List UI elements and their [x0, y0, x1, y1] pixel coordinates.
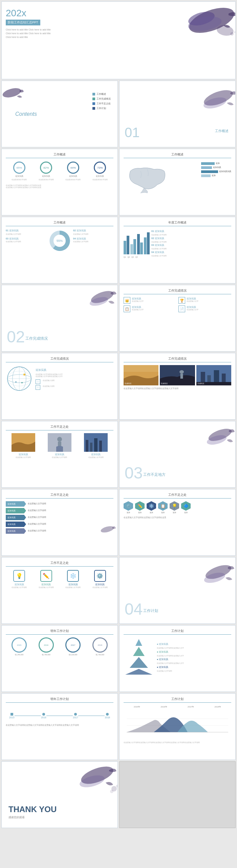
contents-item-2: 工作完成情况 [92, 97, 111, 101]
svg-marker-51 [125, 669, 152, 675]
pct-circle-4: 73% [94, 162, 106, 174]
svg-rect-24 [124, 365, 158, 372]
whale-decor-3 [85, 285, 118, 317]
plan-items: ● 追加实践 在这里输入文字说明在这里输入文字 ● 追加实践 在这里输入文字说明… [157, 641, 231, 672]
slide-grey-blank [119, 761, 236, 828]
title-subtitle: 阶段工作总结汇总PPT [6, 20, 40, 25]
hex-row: ⚙️ 追加 ✏️ 追加 ❄️ 追加 📋 追加 💡 追加 [124, 501, 231, 513]
bar-item-2: 追加实践 [201, 166, 231, 169]
slide-header-15: 工作不足之处 [124, 493, 231, 499]
slide-header-14: 工作不足之处 [6, 493, 113, 499]
slide-annual: 年度工作概述 [119, 217, 236, 283]
svg-rect-27 [180, 374, 183, 379]
section-02-number: 02 [7, 327, 25, 346]
globe-icon [6, 365, 33, 394]
circle-3: 2017 $3,130,000 [65, 637, 81, 656]
dot-3 [92, 102, 95, 105]
photo-desc: 在这里输入文字说明在这里输入文字说明在这里输入文字说明 [124, 387, 231, 390]
thankyou-text: THANK YOU [8, 805, 57, 814]
slide-section-02: 02 工作完成情况 [1, 285, 118, 352]
svg-marker-50 [130, 657, 148, 668]
slide-header-4: 工作概述 [6, 152, 113, 158]
section-label: 工作概述 [215, 129, 229, 133]
mountain-content: 2015年 2016年 2017年 2018年 [124, 705, 231, 744]
svg-marker-49 [133, 647, 145, 656]
section-03-label: 工作不足地方 [143, 472, 166, 477]
circle-1: 2015 $1,340,000 [12, 637, 27, 656]
hex-desc: 在这里输入文字说明在这里输入文字说明在这里 [124, 516, 231, 519]
slide-header-21: 工作计划 [124, 697, 231, 703]
slide-header-20: 明年工作计划 [6, 697, 113, 703]
photo-row: 完成情况 完成情况 [124, 365, 231, 385]
slide-header-16: 工作不足之处 [6, 561, 113, 567]
pct-circle-1: 65% [13, 162, 25, 174]
globe-content: 追加实践 在这里输入文字说明在这里输入文字 在这里输入文字说明在这里输入文字 □… [6, 365, 113, 394]
icon-item-2: 🏆 追加实践 在这里输入文字 [178, 297, 232, 304]
slide-work-pie: 工作概述 01 追加实践 在这里输入文字说明 03 追加实践 在这里输入文字说明 [1, 217, 118, 283]
arrows-content: 追加实践 在这里输入文字说明 追加实践 在这里输入文字说明 追加实践 在这里输入… [6, 501, 113, 534]
contents-label: Contents [15, 111, 37, 117]
section-04-number: 04 [125, 600, 143, 618]
section-02-label: 工作完成情况 [25, 336, 48, 341]
pct-circle-2: 82% [40, 162, 52, 174]
desc-text: 在这里输入文字说明在这里输入文字说明在这里 在这里输入文字说明在这里输入文字说明… [6, 184, 113, 189]
defic-icon-1: 💡 追加实践 在这里输入文字说明 [12, 570, 27, 589]
svg-point-5 [234, 31, 236, 33]
slide-plan-circles: 明年工作计划 2015 $1,340,000 2016 $1,750,000 [1, 625, 118, 692]
slide-section-04: 04 工作计划 [119, 557, 236, 624]
whale-small-2 [99, 523, 116, 537]
pct-item-2: 82% 追加实践 在这里添加文字说明 [39, 162, 54, 181]
slide-header-6: 工作概述 [6, 220, 113, 226]
slide-completion-icons: 工作完成情况 👑 追加实践 在这里输入文字 🏆 追加实践 在这里输入文字 [119, 285, 236, 352]
hex-6: 🔷 追加 [181, 501, 191, 513]
slide-header-7: 年度工作概述 [124, 220, 231, 226]
icon-item-3: 📋 追加实践 在这里输入文字 [124, 305, 177, 312]
slide-completion-globe: 工作完成情况 [1, 353, 118, 420]
slide-title: 202x 阶段工作总结汇总PPT Click here to add title… [1, 1, 236, 79]
slide-header-9: 工作完成情况 [124, 289, 231, 294]
arrow-5: 追加实践 在这里输入文字说明 [6, 528, 113, 534]
arrow-2: 追加实践 在这里输入文字说明 [6, 508, 113, 513]
hex-2: ✏️ 追加 [135, 501, 145, 513]
defic-photo-3 [84, 433, 108, 452]
icon-item-1: 👑 追加实践 在这里输入文字 [124, 297, 177, 304]
globe-icon-1: □ [36, 379, 40, 384]
hex-3: ❄️ 追加 [147, 501, 156, 513]
pie-chart: 55% [48, 229, 71, 254]
annual-bars: Q1Q2Q3Q4 [124, 229, 150, 258]
defic-item-1: 追加实践 在这里输入文字说明 [6, 433, 41, 459]
defic-item-3: 追加实践 在这里输入文字说明 [79, 433, 113, 459]
thankyou-sub: 感谢您的观看 [8, 816, 25, 819]
whale-decor-2 [198, 84, 236, 120]
dot-4 [92, 107, 95, 110]
arrow-4: 追加实践 在这里输入文字说明 [6, 522, 113, 527]
bar-item-4: 追加 [201, 174, 231, 177]
svg-rect-40 [90, 443, 92, 452]
svg-text:55%: 55% [57, 239, 63, 242]
defic-icons: 💡 追加实践 在这里输入文字说明 ✏️ 追加实践 在这里输入文字说明 ❄️ 追加… [6, 570, 113, 589]
svg-rect-42 [99, 441, 102, 452]
defic-item-2: 追加实践 在这里输入文字说明 [42, 433, 77, 459]
defic-content: 追加实践 在这里输入文字说明 追加实践 在这里输入文字说明 [6, 433, 113, 459]
contents-item-3: 工作不足之处 [92, 102, 111, 105]
bar-list: 追加 追加实践 追加实践实践 追加 [201, 161, 231, 199]
photo-city: 完成情况 [196, 365, 231, 385]
defic-icon-3: ❄️ 追加实践 在这里输入文字说明 [65, 570, 81, 589]
section-03-number: 03 [125, 464, 143, 482]
circle-4: 2018 $1,730,000 [92, 637, 108, 656]
icon-item-4: 📄 追加实践 在这里输入文字 [178, 305, 232, 312]
annual-items: 01 追加实践 在这里输入文字说明 02 追加实践 在这里输入文字说明 03 追… [151, 229, 231, 258]
pie-content: 01 追加实践 在这里输入文字说明 03 追加实践 在这里输入文字说明 55% [6, 229, 113, 254]
svg-point-20 [23, 374, 25, 376]
pie-right: 02 追加实践 在这里输入文字说明 04 追加实践 在这里输入文字说明 [73, 229, 113, 254]
slide-header-19: 工作计划 [124, 629, 231, 635]
svg-point-45 [100, 525, 115, 534]
hex-5: 💡 追加 [170, 501, 179, 513]
pct-item-4: 73% 追加实践 在这里添加文字说明 [92, 162, 108, 181]
timeline-desc: 在这里输入文字说明在这里输入文字说明在这里输入文字说明在这里输入文字说明 [6, 724, 113, 726]
svg-point-4 [230, 32, 234, 36]
pct-item-3: 44% 追加实践 在这里添加文字说明 [65, 162, 81, 181]
svg-point-21 [15, 381, 17, 383]
svg-point-59 [116, 785, 118, 787]
slide-contents: Contents 工作概述 工作完成情况 工作不足之处 工作计划 [1, 81, 118, 147]
